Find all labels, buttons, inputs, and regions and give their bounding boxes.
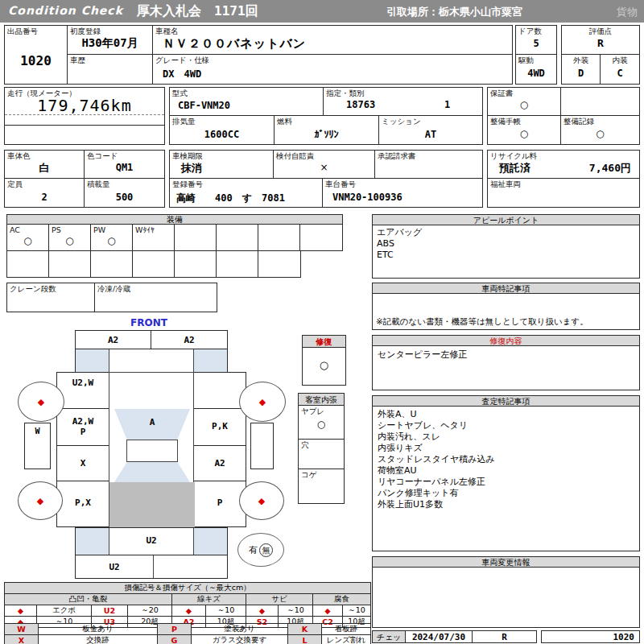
capacity-box: 定員 2 — [4, 178, 85, 208]
body-color-box: 車体色 白 — [4, 150, 85, 179]
recycle-fee-box: リサイクル料 預託済 7,460円 — [487, 150, 640, 179]
registration-number-box: 登録番号 高崎 400 す 7081 — [169, 178, 323, 208]
diamond-icon: ◆ — [5, 605, 37, 617]
history-box: 車歴 — [67, 54, 153, 85]
approval-label: 承認請求書 — [378, 151, 416, 162]
chassis-number-label: 車台番号 — [325, 180, 356, 190]
equipment-title: 装備 — [167, 215, 183, 224]
exterior-score-value: D — [562, 68, 600, 79]
fuel-label: 燃料 — [277, 117, 292, 127]
panel-code: U2 — [76, 535, 227, 546]
damage-diamond-icon: ◆ — [38, 398, 44, 407]
cabin-lining-hole: 穴 — [298, 439, 345, 469]
panel-code: P — [194, 497, 246, 508]
legend-cell: ～20 — [128, 605, 172, 617]
auction-sheet: Condition Check 厚木入札会 1171回 引取場所：栃木県小山市粟… — [0, 0, 644, 644]
code-desc: 塗装あり — [192, 624, 288, 635]
appeal-title: アピールポイント — [473, 216, 539, 225]
equipment-cell — [216, 224, 258, 251]
insurance-label: 検付自賠責 — [276, 151, 315, 162]
equipment-cell — [299, 224, 343, 251]
exterior-score-label: 外装 — [562, 56, 600, 66]
damage-diamond-icon: ◆ — [259, 398, 266, 407]
repair-flag-header: 修復 — [302, 335, 346, 348]
history-label: 車歴 — [70, 56, 85, 66]
equipment-label: PS — [52, 225, 61, 234]
inspection-value: 抹消 — [181, 161, 202, 175]
legend-group: 凸凹・亀裂 — [5, 594, 172, 605]
equipment-mark: ○ — [91, 235, 132, 246]
equipment-cell — [258, 224, 300, 251]
appeal-line: ABS — [377, 238, 635, 250]
panel-code: P,X — [57, 497, 109, 508]
assessment-line: 外装上面U1多数 — [378, 499, 634, 510]
change-info-content — [372, 567, 640, 628]
welfare-label: 福祉車両 — [490, 180, 521, 190]
equipment-cell — [48, 250, 91, 278]
code-desc: 看板跡 — [322, 624, 371, 635]
legend-cell: ～10 — [206, 605, 246, 617]
side-strip-right — [250, 423, 274, 469]
fender-right-cell — [193, 372, 246, 409]
auction-title: 厚木入札会 1171回 — [137, 3, 258, 20]
code-desc: ガラス交換要す — [192, 635, 288, 644]
mileage-divider-dashed — [5, 114, 164, 115]
model-name-box: 車種名 ＮＶ２００バネットバン — [152, 25, 513, 55]
rear-bumper: U2 — [75, 555, 228, 579]
diamond-icon: ◆ — [313, 605, 343, 617]
recycle-fee-value: 7,460円 — [589, 161, 631, 175]
cabin-lining-label: 穴 — [301, 440, 309, 451]
check-date: 2024/07/30 — [406, 632, 472, 642]
damage-diamond-icon: ◆ — [258, 497, 265, 506]
insurance-box: 検付自賠責 × — [273, 150, 375, 179]
code-desc: 交換跡 — [39, 635, 158, 644]
diagram-front-label: FRONT — [117, 317, 181, 328]
panel-code: P,K — [194, 421, 246, 431]
capacity-label: 定員 — [7, 180, 23, 190]
crane-box: クレーン段数 — [6, 283, 95, 312]
cabin-lining-title: 客室内張 — [305, 395, 337, 404]
header-bar: Condition Check 厚木入札会 1171回 引取場所：栃木県小山市粟… — [0, 0, 644, 23]
code-cell: P — [158, 624, 192, 635]
front-bumper-left: A2 — [75, 330, 151, 349]
front-bumper-right: A2 — [151, 330, 228, 349]
assessment-line: パンク修理キット有 — [378, 488, 634, 499]
transmission-value: AT — [379, 129, 482, 140]
welfare-box: 福祉車両 — [487, 178, 640, 208]
equipment-cell — [6, 250, 49, 278]
code-cell: X — [5, 635, 39, 644]
maintenance-record-box: 整備記録 ○ — [560, 115, 640, 145]
panel-code: A2 — [76, 335, 151, 345]
panel-code: A2,W — [57, 416, 109, 427]
maintenance-record-mark: ○ — [561, 128, 639, 139]
grade-value: DX 4WD — [163, 68, 201, 81]
first-registration-box: 初度登録 H30年07月 — [67, 25, 153, 55]
repair-flag-mark: ○ — [303, 359, 345, 371]
designation-box: 指定・類別 18763 1 — [323, 87, 483, 116]
assessment-line: 内張りキズ — [378, 443, 634, 454]
equipment-cell — [174, 224, 217, 251]
repair-content-title: 修復内容 — [490, 336, 522, 345]
panel-code: U2 — [76, 562, 153, 572]
interior-score-value: C — [601, 68, 639, 79]
presence-yes-label: 有 — [249, 544, 258, 556]
check-label-cell: チェック — [372, 630, 406, 643]
equipment-cell-ps: PS ○ — [48, 224, 91, 251]
code-desc: レンズ割れ — [322, 635, 371, 644]
panel-code: W — [25, 427, 50, 436]
chassis-number-box: 車台番号 VNM20-100936 — [322, 178, 483, 208]
repair-content-line: センターピラー左修正 — [378, 349, 634, 361]
vehicle-notes-title: 車両特記事項 — [482, 284, 530, 293]
equipment-cell-pw: PW ○ — [90, 224, 133, 251]
assessment-line: 内装汚れ、スレ — [378, 431, 634, 443]
vehicle-notes-note: ※記載のない書類・機器等は無しとして取り扱います。 — [376, 316, 588, 328]
drive-value: 4WD — [516, 68, 556, 79]
load-box: 積載量 500 — [84, 178, 165, 208]
repair-flag-box: ○ — [302, 347, 346, 386]
interior-score-box: 内装 C — [600, 54, 640, 85]
equipment-label: Wﾀｲﾔ — [135, 225, 155, 234]
doors-label: ドア数 — [518, 27, 542, 37]
panel-code: X — [57, 458, 109, 469]
appeal-line: エアバッグ — [377, 227, 635, 238]
door-left-cell: A2,W P — [56, 408, 109, 446]
